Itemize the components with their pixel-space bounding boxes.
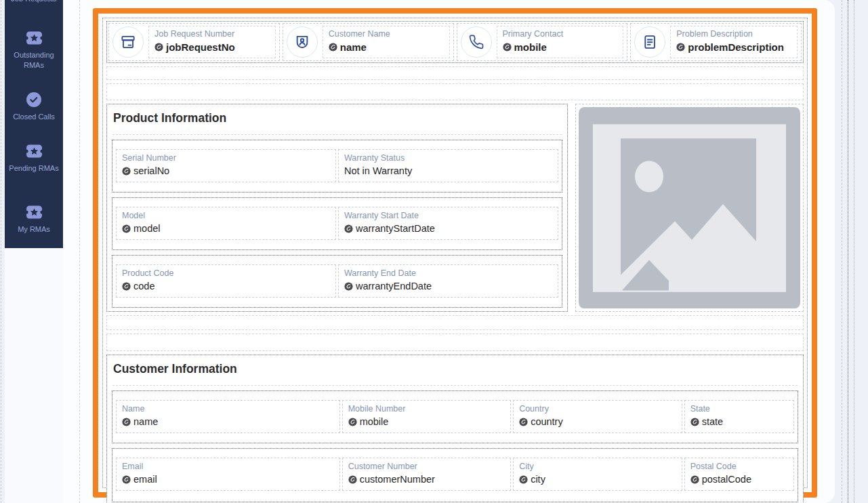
left-edge-divider <box>1 0 1 503</box>
package-icon <box>119 33 137 51</box>
sidebar-item-closed-calls[interactable]: Closed Calls <box>5 92 63 122</box>
icon-circle <box>634 26 665 58</box>
field-value: country <box>531 416 563 427</box>
link-icon <box>503 43 512 52</box>
field-label: Mobile Number <box>348 404 505 414</box>
sidebar-item-label: My RMAs <box>5 224 63 235</box>
field-card-customer-name[interactable]: Customer Name name <box>283 23 454 61</box>
icon-circle <box>287 26 318 58</box>
field-warranty-start-date[interactable]: Warranty Start Date warrantyStartDate <box>338 207 558 240</box>
field-model[interactable]: Model model <box>116 207 336 240</box>
product-information-panel[interactable]: Product Information Serial Number serial… <box>106 104 568 312</box>
link-icon <box>154 43 163 52</box>
link-icon <box>690 418 699 426</box>
field-value: name <box>340 41 367 53</box>
image-placeholder-icon <box>579 107 800 308</box>
field-value: name <box>133 416 158 427</box>
sidebar-nav: Job Requests Outstanding RMAs Closed Cal… <box>5 0 63 248</box>
field-city[interactable]: City city <box>513 458 682 491</box>
field-value: customerNumber <box>360 474 435 485</box>
link-icon <box>122 224 131 233</box>
field-postal-code[interactable]: Postal Code postalCode <box>684 458 794 491</box>
field-value: warrantyStartDate <box>356 223 435 234</box>
section-title-underline <box>112 377 798 386</box>
field-warranty-status[interactable]: Warranty Status Not in Warranty <box>338 149 558 182</box>
field-mobile-number[interactable]: Mobile Number mobile <box>342 400 511 433</box>
empty-drop-row[interactable] <box>106 315 804 330</box>
sidebar-item-label: Closed Calls <box>5 112 63 122</box>
field-label: Country <box>519 404 676 414</box>
link-icon <box>519 475 528 484</box>
icon-circle <box>112 26 144 58</box>
field-customer-number[interactable]: Customer Number customerNumber <box>342 458 511 491</box>
field-value: warrantyEndDate <box>356 281 432 291</box>
sidebar-item-label: Job Requests <box>5 0 63 4</box>
sidebar-item-my-rmas[interactable]: My RMAs <box>5 204 63 235</box>
field-product-code[interactable]: Product Code code <box>116 264 336 298</box>
link-icon <box>344 224 353 233</box>
link-icon <box>329 43 337 52</box>
empty-drop-row[interactable] <box>106 66 804 80</box>
field-card-text: Customer Name name <box>323 26 450 58</box>
field-value: Not in Warranty <box>344 165 412 176</box>
field-row: Product Code code Warranty End Date warr… <box>112 255 562 308</box>
field-label: Primary Contact <box>503 29 618 39</box>
form-wrapper: Job Request Number jobRequestNo <box>102 18 808 488</box>
sidebar-item-label: Outstanding RMAs <box>5 50 63 71</box>
field-value: jobRequestNo <box>166 41 235 53</box>
link-icon <box>122 418 131 426</box>
link-icon <box>690 475 699 484</box>
link-icon <box>344 282 353 291</box>
product-image-placeholder[interactable] <box>575 104 804 312</box>
link-icon <box>122 282 131 291</box>
field-label: Email <box>122 462 334 471</box>
empty-drop-row[interactable] <box>106 83 804 100</box>
field-card-primary-contact[interactable]: Primary Contact mobile <box>457 23 628 61</box>
field-row: Serial Number serialNo Warranty Status N… <box>112 140 562 193</box>
field-row: Model model Warranty Start Date warranty… <box>112 197 562 250</box>
field-card-problem-description[interactable]: Problem Description problemDescription <box>630 23 802 61</box>
link-icon <box>348 475 357 484</box>
sidebar-item-label: Pending RMAs <box>5 163 63 174</box>
rma-badge-icon <box>25 204 43 220</box>
link-icon <box>122 475 131 484</box>
check-circle-icon <box>26 92 42 108</box>
field-serial-number[interactable]: Serial Number serialNo <box>116 149 336 182</box>
customer-information-panel[interactable]: Customer Information Name name Mobile Nu… <box>106 355 804 503</box>
empty-drop-row[interactable] <box>106 334 804 351</box>
field-email[interactable]: Email email <box>116 458 340 491</box>
field-state[interactable]: State state <box>684 400 794 433</box>
field-label: Name <box>122 404 334 414</box>
sidebar: Job Requests Outstanding RMAs Closed Cal… <box>5 0 63 503</box>
field-value: postalCode <box>702 474 751 485</box>
form-design-canvas[interactable]: Job Request Number jobRequestNo <box>93 8 817 498</box>
sidebar-item-pending-rmas[interactable]: Pending RMAs <box>5 143 63 174</box>
rma-badge-icon <box>25 143 43 159</box>
link-icon <box>519 418 528 426</box>
field-value: state <box>702 416 723 427</box>
canvas-left-guide <box>79 0 80 503</box>
field-country[interactable]: Country country <box>513 400 682 433</box>
field-warranty-end-date[interactable]: Warranty End Date warrantyEndDate <box>338 264 558 298</box>
field-value: mobile <box>514 41 547 53</box>
field-value: problemDescription <box>688 41 784 53</box>
field-card-job-request-number[interactable]: Job Request Number jobRequestNo <box>108 23 280 61</box>
right-panel-strip <box>848 0 848 503</box>
phone-icon <box>468 33 485 51</box>
field-label: Postal Code <box>690 462 788 471</box>
right-panel-strip <box>842 0 842 503</box>
field-label: Warranty Start Date <box>344 211 552 220</box>
sidebar-item-outstanding-rmas[interactable]: Outstanding RMAs <box>5 30 63 71</box>
field-label: Job Request Number <box>154 29 270 39</box>
field-label: City <box>519 462 676 471</box>
link-icon <box>122 167 131 176</box>
field-card-text: Job Request Number jobRequestNo <box>148 26 276 58</box>
field-label: Customer Number <box>348 462 505 471</box>
field-value: mobile <box>360 416 389 427</box>
field-label: Serial Number <box>122 153 330 163</box>
sidebar-item-job-requests[interactable]: Job Requests <box>5 0 63 4</box>
field-name[interactable]: Name name <box>116 400 340 433</box>
header-cards-row: Job Request Number jobRequestNo <box>106 21 804 63</box>
field-card-text: Primary Contact mobile <box>497 26 624 58</box>
field-label: Customer Name <box>329 29 444 39</box>
